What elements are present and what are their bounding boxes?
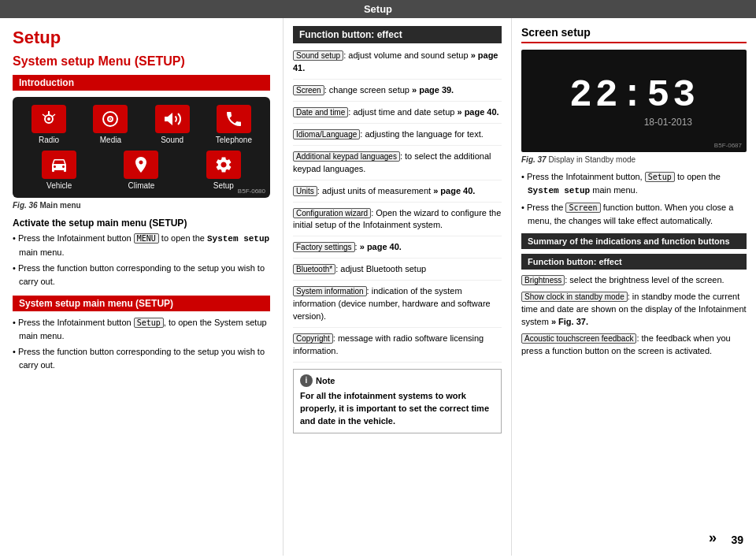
setup-label: Setup: [213, 181, 234, 190]
func-item-datetime: Date and time: adjust time and date setu…: [293, 106, 502, 124]
bullet2: Press the function button corresponding …: [13, 262, 270, 288]
sub-bullet1-pre: Press the Infotainment button: [18, 318, 134, 327]
sound-label: Sound: [161, 136, 183, 144]
func-item-sound: Sound setup: adjust volume and sound set…: [293, 50, 502, 80]
climate-icon: [124, 151, 158, 179]
note-bold-text: For all the infotainment systems to work…: [300, 391, 489, 426]
func-item-copyright: Copyright: message with radio software l…: [293, 333, 502, 363]
func-screen-text: : change screen setup: [324, 85, 412, 95]
func-item-factory: Factory settings: » page 40.: [293, 241, 502, 259]
fig36-caption: Fig. 36 Main menu: [13, 201, 270, 210]
sound-icon: [155, 105, 190, 133]
setup-icon: [206, 151, 241, 179]
svg-line-4: [52, 114, 55, 117]
bullet1-mono: System setup: [207, 234, 269, 244]
wizard-btn: Configuration wizard: [293, 208, 371, 218]
fig37-label: Fig. 37: [521, 155, 547, 164]
function-bar: Function button: effect: [293, 26, 502, 43]
menu-item-climate: Climate: [102, 151, 180, 190]
bluetooth-btn: Bluetooth*: [293, 264, 335, 274]
subsection-bar: System setup main menu (SETUP): [13, 296, 270, 311]
setup-svg: [214, 155, 233, 174]
svg-point-7: [109, 118, 111, 120]
menu-screenshot: Radio Media: [13, 97, 270, 198]
menu-item-sound: Sound: [144, 105, 201, 144]
vehicle-label: Vehicle: [46, 181, 72, 190]
func-language-text: : adjusting the language for text.: [360, 129, 484, 139]
r-bullet2-pre: Press the: [527, 203, 566, 212]
fig36-bsf: B5F-0680: [238, 188, 265, 195]
header-title: Setup: [364, 3, 392, 15]
func-units-link: » page 40.: [433, 186, 475, 195]
func-item-units: Units: adjust units of measurement » pag…: [293, 185, 502, 203]
right-column: Screen setup 22:53 18-01-2013 B5F-0687 F…: [512, 18, 756, 556]
r-clock-link: » Fig. 37.: [551, 317, 588, 326]
function-bar-right: Function button: effect: [521, 254, 747, 270]
vehicle-svg: [50, 155, 69, 174]
func-screen-link: » page 39.: [412, 85, 454, 95]
func-units-text: : adjust units of measurement: [317, 186, 433, 195]
r-func-acoustic: Acoustic touchscreen feedback: the feedb…: [521, 333, 747, 358]
r-screen-btn: Screen: [565, 203, 600, 213]
telephone-icon: [217, 105, 251, 133]
sound-setup-btn: Sound setup: [293, 50, 343, 61]
sysinfo-btn: System information: [293, 286, 367, 296]
svg-line-3: [43, 114, 46, 117]
r-bullet1-pre: Press the Infotainment button,: [527, 172, 645, 181]
vehicle-icon: [42, 151, 76, 179]
double-chevron: »: [709, 530, 717, 546]
r-setup-btn: Setup: [645, 172, 675, 182]
bullet1-post: to open the: [159, 233, 207, 243]
note-box: i Note For all the infotainment systems …: [293, 369, 502, 433]
fig36-text: Main menu: [39, 201, 80, 210]
middle-column: Function button: effect Sound setup: adj…: [284, 18, 512, 556]
clock-time: 22:53: [569, 74, 699, 117]
func-item-keypad: Additional keypad languages: to select t…: [293, 151, 502, 180]
screen-btn: Screen: [293, 85, 324, 95]
func-item-wizard: Configuration wizard: Open the wizard to…: [293, 207, 502, 237]
r-func-brightness: Brightness: select the brightness level …: [521, 274, 747, 287]
sub-bullet2: Press the function button corresponding …: [13, 345, 270, 371]
menu-item-radio: Radio: [20, 105, 77, 144]
datetime-btn: Date and time: [293, 107, 348, 117]
func-sound-text: : adjust volume and sound setup: [343, 50, 470, 60]
svg-point-1: [47, 117, 50, 121]
page-number: 39: [731, 534, 743, 546]
note-icon: i: [300, 374, 313, 387]
note-header: i Note: [300, 374, 495, 387]
clock-display: 22:53 18-01-2013: [569, 74, 699, 128]
intro-bar: Introduction: [13, 75, 270, 91]
summary-bar: Summary of the indications and function …: [521, 233, 747, 249]
r-bullet1-post: to open the: [675, 172, 721, 181]
func-datetime-text: : adjust time and date setup: [348, 107, 457, 117]
menu-button: MENU: [134, 233, 159, 244]
radio-label: Radio: [39, 136, 59, 144]
func-item-bluetooth: Bluetooth*: adjust Bluetooth setup: [293, 263, 502, 281]
acoustic-btn: Acoustic touchscreen feedback: [521, 333, 636, 344]
bullet1: Press the Infotainment button MENU to op…: [13, 232, 270, 259]
units-btn: Units: [293, 186, 317, 196]
func-factory-link: » page 40.: [360, 242, 402, 251]
menu-item-telephone: Telephone: [206, 105, 262, 144]
radio-icon: [32, 105, 66, 133]
page-title: Setup: [13, 28, 270, 48]
sound-svg: [163, 110, 182, 128]
menu-item-vehicle: Vehicle: [20, 151, 98, 190]
menu-item-setup: Setup: [185, 151, 262, 190]
sub-bullet1: Press the Infotainment button Setup, to …: [13, 316, 270, 342]
telephone-label: Telephone: [216, 136, 252, 144]
media-svg: [101, 110, 120, 128]
func-datetime-link: » page 40.: [457, 107, 498, 117]
func-item-sysinfo: System information: indication of the sy…: [293, 285, 502, 328]
func-item-screen: Screen: change screen setup » page 39.: [293, 84, 502, 102]
climate-label: Climate: [128, 181, 155, 190]
fig36-label: Fig. 36: [13, 201, 38, 210]
setup-inline-btn: Setup: [134, 318, 164, 328]
radio-svg: [39, 110, 58, 128]
right-bullet1: Press the Infotainment button, Setup to …: [521, 170, 747, 197]
climate-svg: [132, 155, 150, 174]
bullet1-pre: Press the Infotainment button: [18, 233, 134, 243]
language-btn: Idioma/Language: [293, 129, 360, 140]
media-icon: [93, 105, 128, 133]
note-text: For all the infotainment systems to work…: [300, 390, 495, 428]
